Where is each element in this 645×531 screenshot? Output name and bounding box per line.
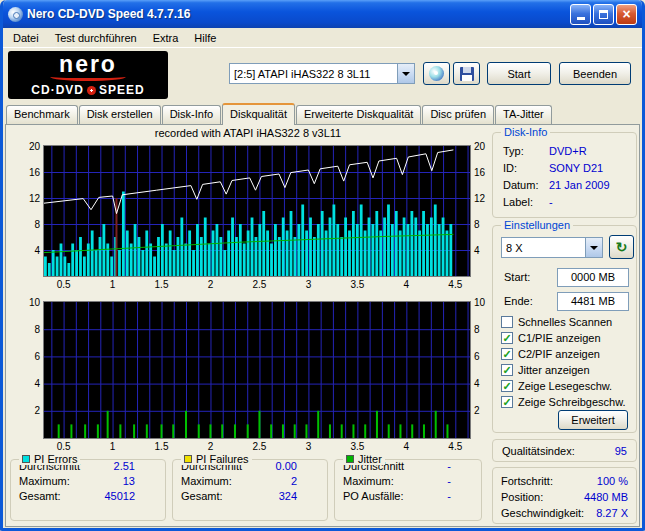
svg-text:4: 4 bbox=[34, 378, 40, 389]
chart-title: recorded with ATAPI iHAS322 8 v3L11 bbox=[6, 127, 490, 139]
tab-disc-pr-fen[interactable]: Disc prüfen bbox=[422, 105, 494, 124]
stat-group-title: Jitter bbox=[358, 453, 382, 465]
svg-text:1.5: 1.5 bbox=[155, 279, 169, 290]
drive-selector[interactable]: [2:5] ATAPI iHAS322 8 3L11 bbox=[229, 63, 415, 84]
tab-diskqualit-t[interactable]: Diskqualität bbox=[222, 103, 295, 125]
svg-text:8: 8 bbox=[474, 324, 480, 335]
checkbox-box[interactable]: ✓ bbox=[501, 348, 513, 360]
stat-row: Gesamt:45012 bbox=[11, 490, 165, 505]
maximize-button[interactable] bbox=[593, 4, 614, 25]
stat-group-jitter: JitterDurchschnitt-Maximum:-PO Ausfälle:… bbox=[334, 459, 482, 521]
checkbox-box[interactable] bbox=[501, 316, 513, 328]
svg-text:10: 10 bbox=[474, 297, 486, 308]
maximize-icon bbox=[599, 10, 608, 19]
stat-color-swatch bbox=[22, 455, 30, 463]
checkbox-box[interactable]: ✓ bbox=[501, 396, 513, 408]
checkbox-zeige-schreibgeschw[interactable]: ✓Zeige Schreibgeschw. bbox=[501, 394, 626, 410]
svg-text:8: 8 bbox=[34, 324, 40, 335]
start-mb-label: Start: bbox=[504, 271, 530, 283]
menu-item-test-durchf-hren[interactable]: Test durchführen bbox=[47, 30, 145, 46]
title-bar[interactable]: Nero CD-DVD Speed 4.7.7.16 × bbox=[3, 0, 642, 28]
svg-text:3: 3 bbox=[306, 441, 312, 452]
start-mb-field[interactable]: 0000 MB bbox=[557, 268, 629, 287]
svg-text:2: 2 bbox=[474, 405, 480, 416]
menu-bar: DateiTest durchführenExtraHilfe bbox=[3, 28, 642, 48]
svg-text:3.5: 3.5 bbox=[350, 279, 364, 290]
stat-group-pi-errors: PI ErrorsDurchschnitt2.51Maximum:13Gesam… bbox=[10, 459, 166, 521]
disk-info-group-title: Disk-Info bbox=[501, 126, 550, 138]
svg-text:0.5: 0.5 bbox=[57, 441, 71, 452]
stats-row: PI ErrorsDurchschnitt2.51Maximum:13Gesam… bbox=[10, 459, 488, 523]
tab-ta-jitter[interactable]: TA-Jitter bbox=[495, 105, 552, 124]
menu-item-extra[interactable]: Extra bbox=[145, 30, 187, 46]
svg-text:8: 8 bbox=[34, 219, 40, 230]
end-mb-field[interactable]: 4481 MB bbox=[557, 292, 629, 311]
checkbox-jitter-anzeigen[interactable]: ✓Jitter anzeigen bbox=[501, 362, 626, 378]
advanced-button[interactable]: Erweitert bbox=[558, 410, 628, 430]
start-button[interactable]: Start bbox=[487, 62, 551, 85]
svg-text:4: 4 bbox=[34, 245, 40, 256]
svg-text:20: 20 bbox=[474, 141, 486, 152]
tab-erweiterte-diskqualit-t[interactable]: Erweiterte Diskqualität bbox=[296, 105, 421, 124]
drive-selector-value: [2:5] ATAPI iHAS322 8 3L11 bbox=[230, 68, 397, 80]
disk-info-row: ID:SONY D21 bbox=[493, 162, 636, 179]
drive-selector-dropdown[interactable] bbox=[397, 64, 414, 83]
close-button[interactable]: × bbox=[616, 4, 637, 25]
checkbox-zeige-lesegeschw[interactable]: ✓Zeige Lesegeschw. bbox=[501, 378, 626, 394]
stat-row: Maximum:- bbox=[335, 475, 481, 490]
svg-text:20: 20 bbox=[29, 141, 41, 152]
checkbox-c1-pie-anzeigen[interactable]: ✓C1/PIE anzeigen bbox=[501, 330, 626, 346]
stat-group-pi-failures: PI FailuresDurchschnitt0.00Maximum:2Gesa… bbox=[172, 459, 328, 521]
speed-selector-value: 8 X bbox=[502, 242, 585, 254]
checkbox-box[interactable]: ✓ bbox=[501, 332, 513, 344]
quality-index-label: Qualitätsindex: bbox=[502, 445, 575, 457]
right-panel: Disk-Info Typ:DVD+RID:SONY D21Datum:21 J… bbox=[492, 125, 637, 527]
svg-text:1: 1 bbox=[110, 441, 116, 452]
svg-text:0.5: 0.5 bbox=[57, 279, 71, 290]
nero-brand-text: nero bbox=[8, 52, 168, 76]
progress-group: Fortschritt:100 %Position:4480 MBGeschwi… bbox=[492, 467, 637, 524]
checkbox-box[interactable]: ✓ bbox=[501, 364, 513, 376]
pi-failures-chart: 0.511.522.533.544.5224466881010 bbox=[10, 296, 488, 454]
checkbox-box[interactable]: ✓ bbox=[501, 380, 513, 392]
menu-item-hilfe[interactable]: Hilfe bbox=[186, 30, 224, 46]
exit-button[interactable]: Beenden bbox=[559, 62, 631, 85]
svg-text:3: 3 bbox=[306, 279, 312, 290]
speed-selector-dropdown[interactable] bbox=[585, 238, 602, 257]
einstellungen-group-title: Einstellungen bbox=[501, 219, 573, 231]
progress-row: Fortschritt:100 % bbox=[493, 475, 636, 491]
minimize-icon bbox=[577, 17, 585, 20]
svg-text:4: 4 bbox=[474, 245, 480, 256]
svg-text:4: 4 bbox=[404, 441, 410, 452]
tab-strip: BenchmarkDisk erstellenDisk-InfoDiskqual… bbox=[3, 102, 642, 124]
app-icon bbox=[8, 7, 23, 22]
logo-disc-icon bbox=[87, 86, 96, 95]
pi-errors-chart: 0.511.522.533.544.54488121216162020 bbox=[10, 140, 488, 292]
speed-selector[interactable]: 8 X bbox=[501, 237, 603, 258]
svg-text:2: 2 bbox=[34, 405, 40, 416]
progress-rows: Fortschritt:100 %Position:4480 MBGeschwi… bbox=[493, 475, 636, 523]
checkbox-c2-pif-anzeigen[interactable]: ✓C2/PIF anzeigen bbox=[501, 346, 626, 362]
refresh-icon: ↻ bbox=[616, 240, 628, 254]
refresh-button[interactable]: ↻ bbox=[609, 235, 634, 259]
stat-row: Maximum:2 bbox=[173, 475, 327, 490]
disk-info-row: Label:- bbox=[493, 196, 636, 213]
disk-info-row: Datum:21 Jan 2009 bbox=[493, 179, 636, 196]
stat-row: Gesamt:324 bbox=[173, 490, 327, 505]
svg-text:4: 4 bbox=[404, 279, 410, 290]
svg-text:6: 6 bbox=[34, 351, 40, 362]
disk-info-group: Disk-Info Typ:DVD+RID:SONY D21Datum:21 J… bbox=[492, 132, 637, 218]
svg-text:12: 12 bbox=[29, 193, 41, 204]
tab-disk-info[interactable]: Disk-Info bbox=[162, 105, 221, 124]
stat-row: Maximum:13 bbox=[11, 475, 165, 490]
tab-benchmark[interactable]: Benchmark bbox=[6, 105, 78, 124]
tab-disk-erstellen[interactable]: Disk erstellen bbox=[79, 105, 161, 124]
eject-button[interactable] bbox=[423, 62, 450, 85]
minimize-button[interactable] bbox=[570, 4, 591, 25]
svg-text:8: 8 bbox=[474, 219, 480, 230]
save-button[interactable] bbox=[453, 62, 480, 85]
svg-text:12: 12 bbox=[474, 193, 486, 204]
checkbox-schnelles-scannen[interactable]: Schnelles Scannen bbox=[501, 314, 626, 330]
logo-product-left: CD·DVD bbox=[31, 83, 84, 97]
menu-item-datei[interactable]: Datei bbox=[5, 30, 47, 46]
